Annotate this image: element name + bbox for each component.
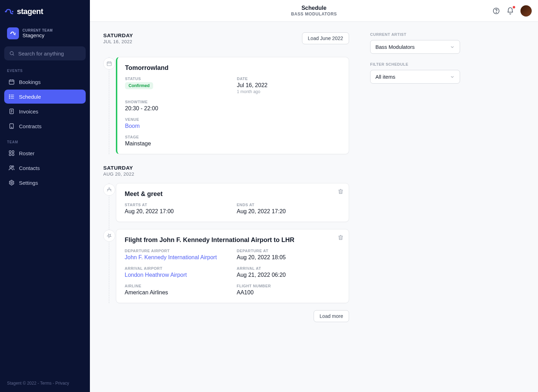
event-title: Tomorrowland [125,64,340,72]
svg-rect-6 [9,80,14,84]
logo[interactable]: stagent [4,0,86,23]
logo-text: stagent [17,7,43,16]
delete-button[interactable] [337,188,344,195]
team-avatar-icon [7,27,19,39]
current-artist-label: CURRENT ARTIST [370,32,460,37]
help-button[interactable] [492,7,500,15]
sidebar-item-label: Settings [19,180,38,186]
search-box[interactable] [4,46,86,60]
flight-number: AA100 [237,289,340,296]
svg-point-3 [15,33,16,34]
calendar-icon [8,79,15,85]
event-plane-icon [103,230,115,242]
sidebar-item-invoices[interactable]: Invoices [4,104,86,118]
nav-section-events: EVENTS [4,67,86,75]
event-card-flight[interactable]: Flight from John F. Kennedy Internationa… [116,229,349,303]
invoice-icon [8,108,15,115]
event-venue-link[interactable]: Boom [125,123,340,129]
logo-icon [4,8,14,15]
departure-at: Aug 20, 2022 18:05 [237,254,340,261]
sidebar-item-settings[interactable]: Settings [4,176,86,190]
sidebar-item-contracts[interactable]: Contracts [4,119,86,133]
svg-rect-19 [12,151,14,152]
svg-point-33 [110,189,111,190]
event-date-relative: 1 month ago [237,89,341,94]
event-title: Flight from John F. Kennedy Internationa… [125,236,340,244]
event-card-tomorrowland[interactable]: Tomorrowland STATUS Confirmed DATE Jul 1… [116,57,349,154]
svg-rect-20 [9,154,11,156]
svg-point-13 [9,95,10,96]
team-selector[interactable]: CURRENT TEAM Stagency [4,25,86,42]
svg-rect-18 [9,151,11,152]
svg-rect-27 [107,62,111,66]
load-more-button[interactable]: Load more [314,310,349,322]
page-subtitle: BASS MODULATORS [291,12,337,17]
chevron-down-icon [450,45,455,50]
current-artist-select[interactable]: Bass Modulators [370,40,460,54]
arrival-at: Aug 21, 2022 06:20 [237,272,340,278]
search-input[interactable] [18,51,81,57]
arrival-airport-link[interactable]: London Heathrow Airport [125,272,228,278]
page-title: Schedule [291,5,337,11]
svg-point-23 [12,166,14,168]
list-icon [8,93,15,100]
nav-section-team: TEAM [4,138,86,146]
svg-point-1 [12,11,13,12]
header: Schedule BASS MODULATORS [90,0,538,22]
search-icon [9,50,15,57]
sidebar-item-label: Schedule [19,94,41,100]
event-card-meet-greet[interactable]: Meet & greet STARTS AT Aug 20, 2022 17:0… [116,183,349,222]
day-date: JUL 16, 2022 [103,39,133,44]
departure-airport-link[interactable]: John F. Kennedy International Airport [125,254,228,261]
event-title: Meet & greet [125,190,340,198]
svg-point-14 [9,96,10,97]
status-badge: Confirmed [125,82,153,89]
svg-point-31 [109,188,110,189]
delete-button[interactable] [337,234,344,241]
sidebar-item-label: Roster [19,150,34,156]
footer-terms-link[interactable]: Terms [40,381,52,386]
sidebar-item-roster[interactable]: Roster [4,146,86,160]
sidebar: stagent CURRENT TEAM Stagency EVENTS Boo… [0,0,90,392]
gear-icon [8,179,15,186]
notifications-button[interactable] [506,7,514,15]
day-date: AUG 20, 2022 [103,171,349,177]
svg-point-32 [107,189,109,190]
filter-schedule-value: All items [375,74,395,80]
event-people-icon [103,184,115,196]
event-ends-at: Aug 20, 2022 17:20 [237,208,340,215]
svg-point-24 [11,182,13,184]
sidebar-item-bookings[interactable]: Bookings [4,75,86,89]
sidebar-item-schedule[interactable]: Schedule [4,90,86,104]
sidebar-item-label: Bookings [19,79,41,85]
svg-point-4 [10,52,13,55]
day-name: SATURDAY [103,165,349,171]
svg-point-22 [10,166,12,168]
help-icon [492,7,500,15]
team-label: CURRENT TEAM [22,28,53,32]
filter-schedule-select[interactable]: All items [370,70,460,84]
contract-icon [8,123,15,129]
grid-icon [8,150,15,156]
svg-point-0 [5,11,6,12]
sidebar-item-label: Contracts [19,123,41,129]
notification-badge [513,6,515,8]
svg-point-2 [10,33,11,34]
day-name: SATURDAY [103,32,133,38]
svg-rect-21 [12,154,14,156]
trash-icon [337,188,344,195]
event-showtime: 20:30 - 22:00 [125,105,340,112]
chevron-down-icon [450,74,455,79]
avatar[interactable] [520,5,532,17]
sidebar-item-contacts[interactable]: Contacts [4,161,86,175]
sidebar-item-label: Contacts [19,165,40,171]
svg-point-15 [9,98,10,99]
footer-privacy-link[interactable]: Privacy [55,381,69,386]
users-icon [8,165,15,171]
airline: American Airlines [125,289,228,296]
load-june-button[interactable]: Load June 2022 [302,32,349,44]
event-date: Jul 16, 2022 [237,82,341,89]
event-stage: Mainstage [125,141,340,147]
svg-line-5 [13,54,14,55]
filter-schedule-label: FILTER SCHEDULE [370,62,460,66]
